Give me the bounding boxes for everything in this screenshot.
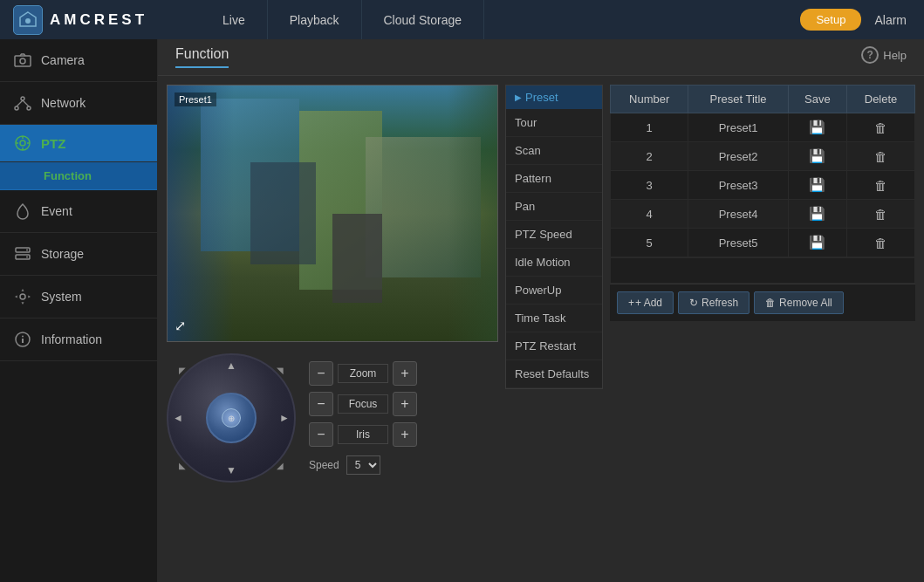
remove-all-icon: 🗑 — [765, 297, 776, 309]
save-row5-btn[interactable]: 💾 — [809, 235, 825, 250]
add-button[interactable]: + + Add — [617, 291, 674, 314]
sidebar-label-information: Information — [41, 332, 102, 346]
refresh-button[interactable]: ↻ Refresh — [678, 291, 749, 314]
row2-number: 2 — [611, 142, 688, 171]
main-content: Function ? Help — [158, 39, 924, 582]
help-label[interactable]: Help — [883, 49, 907, 62]
sidebar-item-event[interactable]: Event — [0, 190, 157, 233]
logo-svg — [18, 10, 38, 30]
delete-row5-btn[interactable]: 🗑 — [874, 236, 887, 250]
col-save: Save — [788, 86, 846, 113]
col-number: Number — [611, 86, 688, 113]
alarm-link[interactable]: Alarm — [874, 13, 907, 27]
delete-row4-btn[interactable]: 🗑 — [874, 207, 887, 222]
sidebar-label-system: System — [41, 290, 82, 304]
topnav-right: Setup Alarm — [800, 9, 924, 31]
table-row: 1 Preset1 💾 🗑 — [611, 113, 915, 142]
zoom-minus-btn[interactable]: − — [309, 361, 333, 386]
delete-row1-btn[interactable]: 🗑 — [874, 120, 887, 135]
sidebar-item-information[interactable]: Information — [0, 318, 157, 361]
speed-row: Speed 12345678 — [309, 455, 417, 475]
dir-up-btn[interactable]: ▲ — [226, 359, 236, 372]
col-delete: Delete — [847, 86, 915, 113]
sidebar-item-storage[interactable]: Storage — [0, 233, 157, 276]
row5-number: 5 — [611, 229, 688, 257]
row5-delete[interactable]: 🗑 — [847, 229, 915, 257]
focus-plus-btn[interactable]: + — [393, 392, 417, 416]
menu-item-tour[interactable]: Tour — [506, 109, 602, 137]
delete-row3-btn[interactable]: 🗑 — [874, 178, 887, 193]
menu-item-pattern[interactable]: Pattern — [506, 165, 602, 193]
sidebar-item-system[interactable]: System — [0, 276, 157, 318]
svg-point-4 — [21, 97, 24, 100]
sidebar-item-network[interactable]: Network — [0, 82, 157, 125]
zoom-plus-btn[interactable]: + — [393, 361, 417, 386]
menu-item-ptz-speed[interactable]: PTZ Speed — [506, 221, 602, 249]
remove-all-button[interactable]: 🗑 Remove All — [754, 291, 844, 314]
menu-item-scan[interactable]: Scan — [506, 137, 602, 165]
row2-delete[interactable]: 🗑 — [847, 142, 915, 171]
dir-upleft-btn[interactable]: ◤ — [179, 366, 186, 375]
table-spacer — [610, 257, 915, 284]
menu-item-powerup[interactable]: PowerUp — [506, 277, 602, 305]
joystick-inner[interactable]: ⊕ — [206, 393, 257, 443]
save-row4-btn[interactable]: 💾 — [809, 206, 825, 222]
storage-icon — [13, 244, 32, 264]
row3-delete[interactable]: 🗑 — [847, 171, 915, 200]
nav-cloud-storage[interactable]: Cloud Storage — [362, 0, 485, 39]
main-header: Function ? Help — [158, 39, 924, 76]
svg-point-22 — [22, 336, 24, 338]
joystick-container: ▲ ▼ ◄ ► ◤ ◥ ◣ ◢ ⊕ — [167, 353, 296, 483]
sidebar-item-camera[interactable]: Camera — [0, 39, 157, 82]
joystick-center: ⊕ — [222, 408, 241, 428]
dir-left-btn[interactable]: ◄ — [173, 412, 183, 424]
dir-downleft-btn[interactable]: ◣ — [179, 461, 186, 470]
row4-delete[interactable]: 🗑 — [847, 200, 915, 229]
svg-point-1 — [25, 18, 31, 24]
sidebar-label-event: Event — [41, 204, 72, 218]
zoom-label: Zoom — [338, 364, 388, 383]
save-row2-btn[interactable]: 💾 — [809, 148, 825, 164]
speed-select[interactable]: 12345678 — [346, 455, 380, 475]
focus-row: − Focus + — [309, 392, 417, 416]
sidebar-label-network: Network — [41, 96, 86, 110]
nav-live[interactable]: Live — [201, 0, 268, 39]
setup-button[interactable]: Setup — [800, 9, 861, 31]
menu-item-time-task[interactable]: Time Task — [506, 305, 602, 332]
expand-icon[interactable]: ⤢ — [175, 318, 186, 334]
menu-item-reset-defaults[interactable]: Reset Defaults — [506, 360, 602, 388]
svg-point-3 — [20, 58, 25, 64]
delete-row2-btn[interactable]: 🗑 — [874, 149, 887, 164]
dir-upright-btn[interactable]: ◥ — [277, 366, 284, 375]
dir-downright-btn[interactable]: ◢ — [277, 461, 284, 470]
menu-item-pan[interactable]: Pan — [506, 193, 602, 221]
menu-item-ptz-restart[interactable]: PTZ Restart — [506, 332, 602, 360]
svg-point-19 — [20, 294, 25, 299]
row5-save[interactable]: 💾 — [788, 229, 846, 257]
svg-point-5 — [15, 106, 18, 110]
save-row3-btn[interactable]: 💾 — [809, 177, 825, 193]
row1-delete[interactable]: 🗑 — [847, 113, 915, 142]
row4-save[interactable]: 💾 — [788, 200, 846, 229]
menu-item-idle-motion[interactable]: Idle Motion — [506, 249, 602, 277]
iris-minus-btn[interactable]: − — [309, 422, 333, 447]
focus-minus-btn[interactable]: − — [309, 392, 333, 416]
iris-label: Iris — [338, 425, 388, 444]
sidebar: Camera Network PTZ Function Event — [0, 39, 158, 582]
row3-save[interactable]: 💾 — [788, 171, 846, 200]
ptz-icon — [13, 134, 32, 153]
row1-save[interactable]: 💾 — [788, 113, 846, 142]
sidebar-sub-function[interactable]: Function — [0, 162, 157, 190]
save-row1-btn[interactable]: 💾 — [809, 120, 825, 135]
menu-panel: ▶ Preset Tour Scan Pattern Pan PTZ Speed… — [505, 85, 603, 389]
iris-plus-btn[interactable]: + — [393, 422, 417, 447]
nav-playback[interactable]: Playback — [268, 0, 362, 39]
svg-line-8 — [23, 100, 29, 106]
dir-down-btn[interactable]: ▼ — [226, 464, 236, 476]
dir-right-btn[interactable]: ► — [279, 412, 290, 424]
table-row: 5 Preset5 💾 🗑 — [611, 229, 915, 257]
camera-icon — [13, 51, 32, 70]
iris-row: − Iris + — [309, 422, 417, 447]
row2-save[interactable]: 💾 — [788, 142, 846, 171]
sidebar-item-ptz[interactable]: PTZ — [0, 125, 157, 162]
